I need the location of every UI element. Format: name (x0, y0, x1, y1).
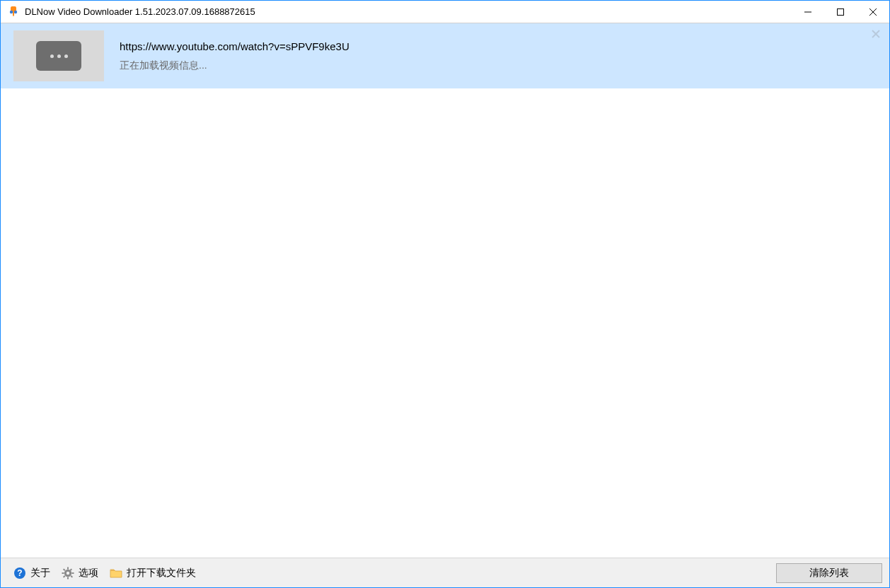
svg-rect-12 (67, 577, 69, 579)
remove-item-button[interactable] (869, 28, 882, 40)
list-item[interactable]: https://www.youtube.com/watch?v=sPPVF9ke… (1, 23, 889, 89)
maximize-button[interactable] (824, 1, 857, 23)
app-window: DLNow Video Downloader 1.51.2023.07.09.1… (0, 0, 890, 588)
titlebar: DLNow Video Downloader 1.51.2023.07.09.1… (1, 1, 889, 23)
item-url: https://www.youtube.com/watch?v=sPPVF9ke… (120, 40, 879, 52)
svg-rect-16 (71, 575, 74, 578)
folder-icon (110, 567, 122, 580)
svg-point-19 (67, 571, 69, 574)
minimize-button[interactable] (792, 1, 824, 23)
help-icon: ? (13, 567, 26, 580)
svg-point-1 (14, 10, 17, 13)
svg-rect-11 (67, 567, 69, 569)
svg-rect-3 (838, 8, 844, 15)
bottom-toolbar: ? 关于 选项 (1, 558, 889, 587)
download-list: https://www.youtube.com/watch?v=sPPVF9ke… (1, 23, 889, 558)
window-controls (792, 1, 889, 23)
about-label: 关于 (30, 567, 50, 580)
clear-list-button[interactable]: 清除列表 (776, 563, 882, 583)
gear-icon (62, 567, 74, 580)
video-thumbnail-placeholder (13, 30, 104, 81)
svg-rect-14 (72, 572, 74, 574)
svg-point-0 (10, 10, 13, 13)
options-label: 选项 (79, 567, 98, 580)
app-icon (8, 6, 19, 18)
svg-rect-13 (62, 572, 64, 574)
svg-rect-15 (63, 568, 66, 571)
item-status: 正在加载视频信息... (120, 59, 879, 72)
options-button[interactable]: 选项 (56, 564, 104, 582)
svg-text:?: ? (17, 568, 22, 578)
open-download-folder-button[interactable]: 打开下载文件夹 (104, 564, 202, 582)
open-folder-label: 打开下载文件夹 (127, 567, 196, 580)
close-button[interactable] (857, 1, 889, 23)
about-button[interactable]: ? 关于 (8, 564, 56, 582)
clear-list-label: 清除列表 (809, 567, 849, 580)
svg-rect-18 (63, 575, 66, 578)
item-text-block: https://www.youtube.com/watch?v=sPPVF9ke… (120, 40, 879, 72)
window-title: DLNow Video Downloader 1.51.2023.07.09.1… (25, 6, 255, 17)
